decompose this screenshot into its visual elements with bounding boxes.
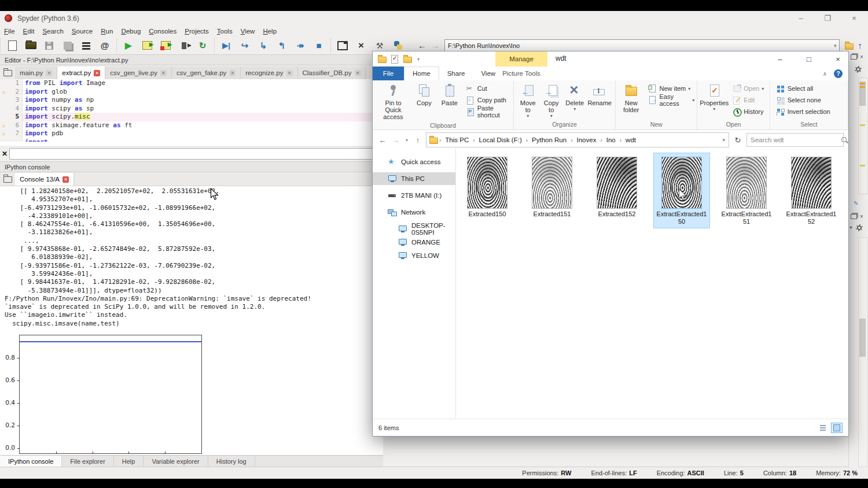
pane-tab-ipython-console[interactable]: IPython console (0, 456, 62, 467)
close-icon[interactable]: ✕ (62, 176, 69, 183)
folder-icon[interactable] (403, 54, 412, 64)
editor-tab-recognize-py[interactable]: recognize.py✕ (241, 66, 297, 79)
close-icon[interactable]: ✕ (46, 70, 52, 76)
details-view-icon[interactable] (817, 423, 829, 433)
file-item-extractextracted150[interactable]: ExtractExtracted150 (654, 153, 709, 228)
file-item-extracted151[interactable]: Extracted151 (524, 153, 580, 220)
select-none-button[interactable]: Select none (776, 95, 830, 105)
editor-tab-main-py[interactable]: main.py✕ (15, 66, 57, 79)
close-pane-icon[interactable]: × (860, 213, 863, 220)
close-icon[interactable]: ✕ (160, 70, 167, 76)
breadcrumb-local-disk-f[interactable]: Local Disk (F:) (476, 136, 525, 143)
editor-scrollbar[interactable] (858, 77, 868, 194)
run-cell-advance-button[interactable] (159, 39, 172, 52)
pane-options-gear-icon[interactable] (856, 224, 863, 232)
menu-projects[interactable]: Projects (181, 27, 213, 36)
editor-tab-csv-gen-fake-py[interactable]: csv_gen_fake.py✕ (172, 66, 241, 79)
menu-help[interactable]: Help (259, 27, 281, 36)
copy-button[interactable]: Copy (411, 83, 437, 107)
sidebar-item-network[interactable]: Network (373, 206, 455, 219)
file-switcher-button[interactable] (80, 39, 93, 52)
restore-icon[interactable]: ❐ (822, 14, 833, 23)
menu-consoles[interactable]: Consoles (145, 27, 181, 36)
select-all-button[interactable]: Select all (776, 83, 830, 94)
stop-button[interactable]: ■ (312, 39, 325, 52)
console-scrollbar[interactable] (858, 237, 868, 467)
new-file-button[interactable] (6, 39, 19, 52)
move-to-button[interactable]: Move to▾ (516, 83, 539, 119)
recent-locations-icon[interactable]: ▾ (404, 138, 410, 143)
ribbon-tab-picture-tools[interactable]: Picture Tools (495, 66, 547, 80)
working-directory-combobox[interactable]: F:\Python Run\Inovex\Ino▾ (444, 39, 840, 52)
properties-button[interactable]: Properties▾ (700, 83, 729, 112)
save-button[interactable] (43, 39, 56, 52)
editor-tab-csv-gen-live-py[interactable]: csv_gen_live.py✕ (105, 66, 172, 79)
step-return-button[interactable]: ↰ (275, 39, 288, 52)
run-selection-button[interactable] (178, 39, 190, 52)
breadcrumb-inovex[interactable]: Inovex (574, 136, 599, 143)
file-item-extracted152[interactable]: Extracted152 (589, 153, 645, 220)
menu-edit[interactable]: Edit (19, 27, 39, 36)
ribbon-tab-share[interactable]: Share (439, 66, 473, 80)
console-pane-icon[interactable] (0, 173, 15, 186)
editor-code-area[interactable]: 1from PIL import Image⚠2import glob3impo… (0, 79, 383, 146)
restart-kernel-button[interactable]: ↻ (196, 39, 209, 52)
console-output-area[interactable]: [[ 1.28240158e+02, 2.20521057e+02, 2.055… (0, 186, 383, 456)
undock-pane-icon[interactable] (851, 54, 857, 61)
copy-path-button[interactable]: Copy path (466, 95, 511, 105)
rename-button[interactable]: Rename (586, 83, 613, 107)
pane-tab-file-explorer[interactable]: File explorer (62, 456, 114, 467)
search-input[interactable] (749, 136, 841, 144)
fullscreen-button[interactable]: × (355, 39, 367, 52)
editor-tab-extract-py[interactable]: extract.py✕ (57, 66, 105, 79)
sidebar-item-quick-access[interactable]: Quick access (373, 156, 455, 168)
run-cell-button[interactable] (141, 39, 153, 52)
sidebar-item-this-pc[interactable]: This PC (373, 172, 455, 185)
symbol-finder-button[interactable]: @ (98, 39, 111, 52)
editor-tab-classifier-db-py[interactable]: Classifier_DB.py✕ (298, 66, 366, 79)
menu-run[interactable]: Run (97, 27, 117, 36)
maximize-icon[interactable]: □ (803, 55, 815, 64)
close-icon[interactable]: ✕ (355, 70, 361, 76)
breadcrumb-this-pc[interactable]: This PC (442, 136, 472, 143)
thumbnail-view-icon[interactable] (831, 423, 843, 433)
file-item-extracted150[interactable]: Extracted150 (459, 153, 515, 220)
sidebar-item-yellow[interactable]: YELLOW (373, 249, 455, 262)
menu-search[interactable]: Search (38, 27, 67, 36)
cut-button[interactable]: Cut (466, 83, 511, 94)
minimize-icon[interactable]: – (774, 55, 786, 64)
pane-tab-history-log[interactable]: History log (208, 456, 255, 467)
breadcrumb-ino[interactable]: Ino (604, 136, 619, 143)
qat-dropdown-icon[interactable]: ▾ (415, 57, 421, 62)
find-input[interactable] (9, 148, 381, 160)
file-item-extractextracted152[interactable]: ExtractExtracted152 (784, 153, 839, 228)
pane-options-gear-icon[interactable] (855, 66, 862, 74)
close-icon[interactable]: ✕ (94, 70, 100, 76)
help-icon[interactable]: ? (834, 69, 843, 78)
breadcrumb-python-run[interactable]: Python Run (529, 136, 569, 143)
checkdoc-icon[interactable] (390, 54, 399, 64)
close-icon[interactable]: ✕ (229, 70, 236, 76)
pin-to-quick-access-button[interactable]: Pin to Quick access (375, 83, 411, 121)
undock-pane-icon[interactable] (851, 214, 857, 220)
debug-button[interactable]: ▶| (220, 39, 233, 52)
preferences-button[interactable]: ⚒ (373, 39, 386, 52)
close-find-icon[interactable]: ✕ (0, 150, 9, 158)
history-button[interactable]: History (732, 106, 764, 117)
back-icon[interactable]: ← (418, 40, 426, 50)
up-directory-icon[interactable]: ↑ (858, 40, 863, 50)
paste-button[interactable]: Paste (437, 83, 462, 107)
pane-tab-variable-explorer[interactable]: Variable explorer (144, 456, 208, 467)
step-into-button[interactable]: ↳ (257, 39, 270, 52)
paste-shortcut-button[interactable]: Paste shortcut (466, 106, 511, 117)
new-item-button[interactable]: New item▾ (648, 83, 694, 94)
close-icon[interactable]: × (832, 55, 844, 64)
forward-icon[interactable]: → (431, 40, 440, 50)
close-pane-icon[interactable]: × (860, 54, 863, 60)
run-button[interactable]: ▶ (122, 39, 135, 52)
up-icon[interactable]: ↑ (413, 136, 423, 145)
back-icon[interactable]: ← (377, 136, 388, 145)
refresh-icon[interactable]: ↻ (732, 136, 744, 145)
copy-to-button[interactable]: Copy to▾ (539, 83, 562, 119)
ribbon-tab-home[interactable]: Home (404, 66, 439, 80)
